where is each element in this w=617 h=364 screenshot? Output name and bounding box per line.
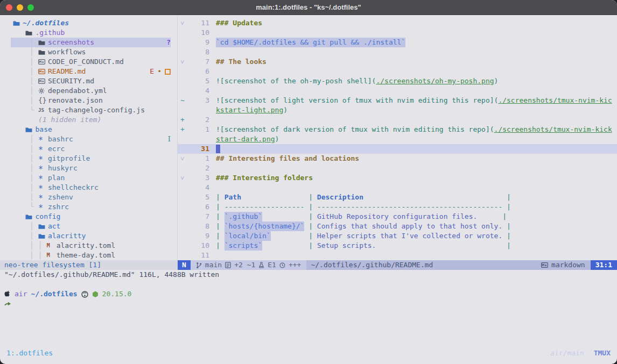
- tmux-badge: TMUX: [594, 348, 611, 358]
- editor-pane[interactable]: ˅11### Updates109`cd $HOME/.dotfiles && …: [178, 15, 617, 260]
- line-number: 1: [191, 154, 209, 163]
- editor-line[interactable]: 6| ------------------- | ---------------…: [178, 202, 617, 212]
- editor-line[interactable]: 5![screenshot of the oh-my-posh shell](.…: [178, 76, 617, 86]
- editor-line[interactable]: 4: [178, 183, 617, 192]
- tree-item--.dotfiles[interactable]: ~/.dotfiles: [11, 18, 171, 28]
- star-icon: *: [38, 183, 48, 192]
- tree-item-security.md[interactable]: │ SECURITY.md: [11, 76, 171, 86]
- editor-line[interactable]: 10| `scripts` | Setup scripts. |: [178, 241, 617, 251]
- tree-item-label: zshenv: [48, 192, 73, 202]
- editor-line[interactable]: ˅3### Interesting folders: [178, 173, 617, 183]
- markdown-heading: ### Interesting folders: [216, 173, 313, 183]
- text-segment: |: [216, 231, 225, 241]
- tree-indent-guide: │: [13, 86, 38, 96]
- tree-item-ecrc[interactable]: │ *ecrc: [11, 144, 171, 154]
- tree-item-label: ecrc: [48, 144, 65, 154]
- fold-marker-icon[interactable]: ˅: [178, 57, 191, 67]
- tree-item-gitprofile[interactable]: │ *gitprofile: [11, 154, 171, 163]
- sign-column: [178, 105, 191, 115]
- tree-item-.github[interactable]: .github: [11, 28, 171, 38]
- tree-item-alacritty.toml[interactable]: │ │ Malacritty.toml: [11, 241, 171, 251]
- editor-line[interactable]: ˅1## Interesting files and locations: [178, 154, 617, 163]
- neotree-pane[interactable]: ~/.dotfiles .github │ screenshots? │ wor…: [0, 15, 178, 260]
- tmux-window-name[interactable]: 1:.dotfiles: [6, 348, 53, 358]
- text-segment: Description: [317, 192, 363, 202]
- tree-item-label: SECURITY.md: [48, 76, 94, 86]
- text-segment: ): [494, 76, 499, 86]
- clock-icon: [279, 262, 285, 268]
- editor-line[interactable]: 10: [178, 28, 617, 38]
- tree-item-dependabot.yml[interactable]: │ dependabot.yml: [11, 86, 171, 96]
- markdown-heading: ## Interesting files and locations: [216, 154, 359, 163]
- mdfile-icon: [38, 59, 48, 65]
- tree-item-zshenv[interactable]: │ *zshenv: [11, 192, 171, 202]
- text-segment: ----------------------------------------…: [317, 202, 502, 212]
- editor-line[interactable]: 5| Path | Description |: [178, 192, 617, 202]
- text-segment: |: [216, 202, 225, 212]
- fold-marker-icon[interactable]: ˅: [178, 173, 191, 183]
- text-segment: |: [304, 212, 317, 222]
- tree-indent-guide: │: [13, 154, 38, 163]
- text-segment: |: [502, 241, 511, 251]
- editor-line[interactable]: 8| `hosts/{hostname}/` | Configs that sh…: [178, 222, 617, 231]
- editor-line[interactable]: 2: [178, 163, 617, 173]
- sign-column: [178, 241, 191, 251]
- tree-item-alacritty[interactable]: │ alacritty: [11, 231, 171, 241]
- tree-item-workflows[interactable]: │ workflows: [11, 47, 171, 57]
- editor-line[interactable]: ~3![screenshot of light version of tmux …: [178, 96, 617, 105]
- tree-item-label: workflows: [48, 47, 86, 57]
- tree-item-label: ~/.dotfiles: [23, 18, 69, 28]
- line-number: 8: [191, 47, 209, 57]
- tree-item-theme-day.toml[interactable]: │ │ Mtheme-day.toml: [11, 251, 171, 260]
- editor-line[interactable]: 6: [178, 67, 617, 76]
- editor-line[interactable]: 4: [178, 86, 617, 96]
- editor-line[interactable]: 9`cd $HOME/.dotfiles && git pull && ./in…: [178, 38, 617, 47]
- inline-code: `scripts`: [225, 241, 262, 251]
- diff-stats: +2 ~1: [234, 260, 255, 270]
- tree-item--1-hidden-item-[interactable]: (1 hidden item): [11, 115, 171, 125]
- tree-item-huskyrc[interactable]: │ *huskyrc: [11, 163, 171, 173]
- tree-item-label: theme-day.toml: [57, 251, 116, 260]
- tree-item-tag-changelog-config.js[interactable]: └ JStag-changelog-config.js: [11, 105, 171, 115]
- window-title: main:1:.dotfiles - "ks~/.dotfiles": [0, 3, 617, 12]
- tree-item-plan[interactable]: │ *plan: [11, 173, 171, 183]
- star-icon: *: [38, 192, 48, 202]
- folder-icon: [38, 224, 48, 230]
- star-icon: *: [38, 173, 48, 183]
- editor-line[interactable]: +2: [178, 115, 617, 125]
- tree-item-config[interactable]: config: [11, 212, 171, 222]
- tree-item-code-of-conduct.md[interactable]: │ CODE_OF_CONDUCT.md: [11, 57, 171, 67]
- tree-item-screenshots[interactable]: │ screenshots?: [11, 38, 171, 47]
- tree-item-label: CODE_OF_CONDUCT.md: [48, 57, 124, 67]
- text-segment: |: [216, 192, 225, 202]
- tree-item-label: gitprofile: [48, 154, 90, 163]
- editor-line[interactable]: 11: [178, 251, 617, 260]
- cursor-position: 31:1: [591, 260, 617, 270]
- tree-item-zshrc[interactable]: └ *zshrc: [11, 202, 171, 212]
- tree-indent-guide: │ │: [13, 251, 47, 260]
- mode-indicator: N: [178, 260, 191, 270]
- tree-item-shellcheckrc[interactable]: │ *shellcheckrc: [11, 183, 171, 192]
- sign-column: [178, 192, 191, 202]
- editor-line[interactable]: 8: [178, 47, 617, 57]
- line-number: 3: [191, 173, 209, 183]
- tree-item-renovate.json[interactable]: │ {}renovate.json: [11, 96, 171, 105]
- fold-marker-icon[interactable]: ˅: [178, 18, 191, 28]
- editor-line[interactable]: kstart-light.png): [178, 105, 617, 115]
- editor-line[interactable]: start-dark.png): [178, 134, 617, 144]
- tree-item-readme.md[interactable]: │ README.mdE•: [11, 67, 171, 76]
- editor-line[interactable]: ˅7## The looks: [178, 57, 617, 67]
- editor-line[interactable]: +1![screenshot of dark version of tmux w…: [178, 125, 617, 134]
- star-icon: *: [38, 154, 48, 163]
- editor-line[interactable]: 7| `.github` | GitHub Repository configu…: [178, 212, 617, 222]
- tree-item-base[interactable]: base: [11, 125, 171, 134]
- editor-cursor-line[interactable]: 31: [178, 144, 617, 154]
- tree-item-bashrc[interactable]: │ *bashrcI: [11, 134, 171, 144]
- line-number: 11: [191, 251, 209, 260]
- editor-line[interactable]: 9| `local/bin` | Helper scripts that I'v…: [178, 231, 617, 241]
- fold-marker-icon[interactable]: ˅: [178, 154, 191, 163]
- tree-item-act[interactable]: │ act: [11, 222, 171, 231]
- editor-line[interactable]: ˅11### Updates: [178, 18, 617, 28]
- shell-cursor-line[interactable]: [0, 299, 617, 309]
- line-number: [191, 105, 209, 115]
